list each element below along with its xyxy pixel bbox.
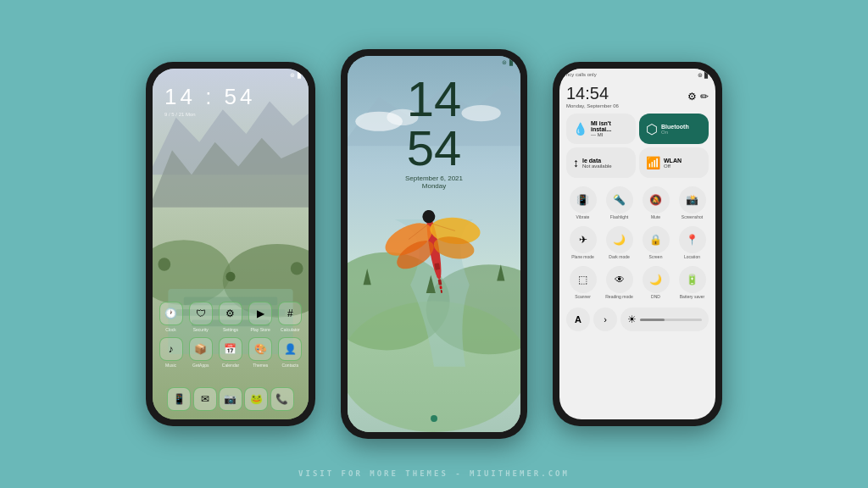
phone-3-clock-action-icons[interactable]: ⚙ ✏ [687, 91, 709, 103]
phone-3-status-bar: ncy calls only ⊛ ▊ [559, 69, 715, 82]
app-contacts[interactable]: 👤 Contacts [278, 337, 302, 368]
phone-2-status-bar: ⊛ ▊ [348, 56, 520, 69]
app-playstore[interactable]: ▶ Play Store [248, 302, 272, 332]
toggle-row-3: ⬚ Scanner 👁 Reading mode 🌙 DND 🔋 Battery… [559, 264, 715, 301]
tile-mi[interactable]: 💧 MI isn't instai... — MI [566, 114, 636, 144]
toggle-vibrate[interactable]: 📳 Vibrate [566, 186, 599, 219]
phone-1-time: 14 : 54 [153, 82, 309, 112]
battery-icon: ▊ [298, 72, 302, 79]
water-icon: 💧 [573, 122, 587, 136]
toggle-flashlight[interactable]: 🔦 Flashlight [603, 186, 636, 219]
tile-bluetooth[interactable]: ⬡ Bluetooth On [639, 114, 709, 144]
svg-point-9 [158, 258, 170, 270]
app-security[interactable]: 🛡 Security [189, 302, 213, 332]
phone-2-screen: ⊛ ▊ 14 54 September 6, 2021 Monday [348, 56, 520, 432]
toggle-mute[interactable]: 🔕 Mute [639, 186, 672, 219]
phone-3-date: Monday, September 06 [566, 103, 619, 108]
watermark-text: VISIT FOR MORE THEMES - MIUITHEMER.COM [0, 469, 868, 478]
phone-3-time: 14:54 [566, 84, 619, 103]
phone-1-screen: ⊛ ▊ 14 : 54 9 / 5 / 21 Mon 🕐 Clock 🛡 Sec… [153, 69, 309, 419]
phone-1: ⊛ ▊ 14 : 54 9 / 5 / 21 Mon 🕐 Clock 🛡 Sec… [146, 62, 315, 426]
dock-call[interactable]: 📞 [270, 387, 294, 411]
toggle-battery-saver[interactable]: 🔋 Battery saver [676, 266, 709, 299]
phone-2-date: September 6, 2021 [348, 175, 520, 182]
bluetooth-icon-2: ⊛ [502, 59, 507, 66]
toggle-darkmode[interactable]: 🌙 Dark mode [603, 226, 636, 259]
dock-phone[interactable]: 📱 [167, 387, 191, 411]
app-themes[interactable]: 🎨 Themes [248, 337, 272, 368]
phone-1-dock: 📱 ✉ 📷 🐸 📞 [153, 387, 309, 411]
brightness-icon: ☀ [627, 313, 637, 325]
svg-point-11 [225, 272, 235, 282]
phone-2-time-1: 14 [348, 75, 520, 124]
phone-3: ncy calls only ⊛ ▊ 14:54 Monday, Septemb… [553, 62, 722, 426]
dock-files[interactable]: 🐸 [244, 387, 268, 411]
phone-1-status-bar: ⊛ ▊ [153, 69, 309, 82]
dock-camera[interactable]: 📷 [219, 387, 242, 411]
dock-messages[interactable]: ✉ [193, 387, 217, 411]
toggle-location[interactable]: 📍 Location [676, 226, 709, 259]
app-row-1: 🕐 Clock 🛡 Security ⚙ Settings ▶ Play Sto… [156, 302, 305, 332]
phone-2-day: Monday [348, 182, 520, 190]
toggle-row-1: 📳 Vibrate 🔦 Flashlight 🔕 Mute 📸 Screensh… [559, 185, 715, 221]
tile-mobile-data[interactable]: ↕ le data Not available [566, 147, 636, 178]
phone-3-background: ncy calls only ⊛ ▊ 14:54 Monday, Septemb… [559, 69, 715, 419]
app-settings[interactable]: ⚙ Settings [219, 302, 242, 332]
toggle-scanner[interactable]: ⬚ Scanner [566, 266, 599, 299]
bluetooth-icon: ⊛ [290, 72, 295, 79]
phone-2-background: ⊛ ▊ 14 54 September 6, 2021 Monday [348, 56, 520, 432]
svg-point-10 [291, 262, 303, 274]
toggle-row-2: ✈ Plane mode 🌙 Dark mode 🔒 Screen 📍 Loca… [559, 225, 715, 261]
brightness-slider[interactable]: ☀ [620, 308, 709, 331]
arrow-button[interactable]: › [593, 308, 617, 331]
app-calendar[interactable]: 📅 Calendar [219, 337, 242, 368]
battery-icon-2: ▊ [509, 59, 514, 66]
mobile-data-icon: ↕ [573, 156, 579, 169]
font-button[interactable]: A [566, 308, 590, 331]
toggle-airplane[interactable]: ✈ Plane mode [566, 226, 599, 259]
app-getapps[interactable]: 📦 GetApps [189, 337, 213, 368]
phone-1-background: ⊛ ▊ 14 : 54 9 / 5 / 21 Mon 🕐 Clock 🛡 Sec… [153, 69, 309, 419]
page-indicator [431, 415, 437, 422]
app-calculator[interactable]: # Calculator [278, 302, 302, 332]
toggle-screenshot[interactable]: 📸 Screenshot [676, 186, 709, 219]
phone-3-bottom-row: A › ☀ [559, 304, 715, 335]
phone-3-status-icons: ⊛ ▊ [698, 72, 709, 79]
phone-3-clock-row: 14:54 Monday, September 06 ⚙ ✏ [559, 82, 715, 110]
tile-wlan[interactable]: 📶 WLAN Off [639, 147, 709, 178]
toggle-screen[interactable]: 🔒 Screen [639, 226, 672, 259]
phone-3-screen: ncy calls only ⊛ ▊ 14:54 Monday, Septemb… [559, 69, 715, 419]
wifi-icon: 📶 [646, 156, 660, 169]
phone-2-time-2: 54 [348, 124, 520, 173]
settings-icon[interactable]: ⚙ [687, 91, 697, 103]
bluetooth-tile-icon: ⬡ [646, 121, 658, 137]
toggle-reading[interactable]: 👁 Reading mode [603, 266, 636, 299]
phone-3-status-text: ncy calls only [566, 72, 597, 79]
app-clock[interactable]: 🕐 Clock [159, 302, 183, 332]
toggle-dnd[interactable]: 🌙 DND [639, 266, 672, 299]
phone-1-date: 9 / 5 / 21 Mon [153, 112, 309, 117]
edit-icon[interactable]: ✏ [700, 91, 709, 103]
quick-tiles-grid: 💧 MI isn't instai... — MI ⬡ Bluetooth On… [559, 110, 715, 181]
app-row-2: ♪ Music 📦 GetApps 📅 Calendar 🎨 Themes [156, 337, 305, 368]
app-music[interactable]: ♪ Music [159, 337, 183, 368]
phone-2: ⊛ ▊ 14 54 September 6, 2021 Monday [341, 49, 527, 439]
